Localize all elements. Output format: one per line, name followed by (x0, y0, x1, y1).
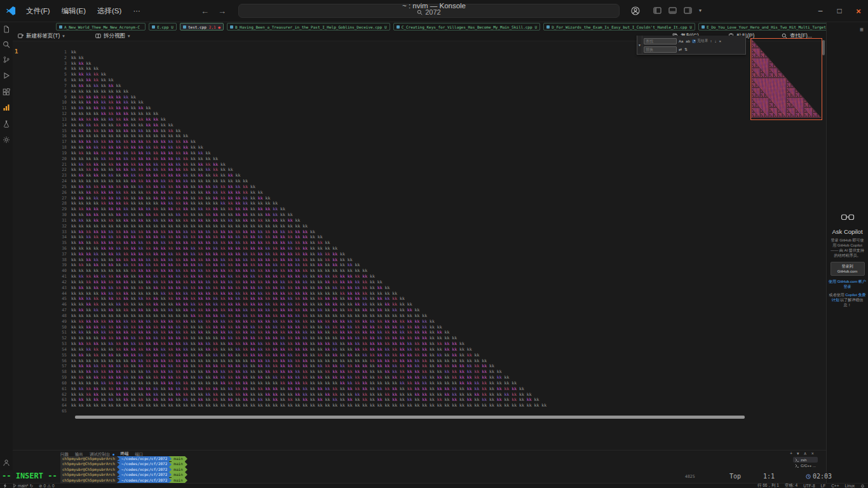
editor-line: 36kk kk kk kk kk kk kk kk kk kk kk kk kk… (48, 246, 549, 252)
panel-activity-dot (112, 454, 114, 456)
screen: 文件(F) 编辑(E) 选择(S) ··· ← → 2072 ~ : nvim … (0, 0, 868, 488)
hamburger-menu-icon[interactable]: ≡ (860, 26, 864, 33)
leetcode-chart-icon[interactable] (3, 104, 10, 111)
tab-file-b[interactable]: B_Having_Been_a_Treasurer_in_the_Past_I_… (227, 23, 390, 30)
horizontal-scrollbar[interactable] (75, 416, 745, 419)
menu-edit[interactable]: 编辑(E) (56, 4, 92, 18)
whole-word-toggle[interactable]: ab (685, 39, 691, 43)
editor-line: 49kk kk kk kk kk kk kk kk kk kk kk kk kk… (48, 319, 549, 325)
explorer-icon[interactable] (3, 25, 10, 33)
forward-icon[interactable]: → (218, 6, 226, 16)
branch-indicator[interactable]: main* ↻ (13, 484, 33, 488)
layout-controls: ▾ (653, 6, 702, 15)
account-icon[interactable] (631, 6, 640, 15)
terminal-dropdown-icon[interactable]: ▾ (797, 451, 799, 456)
testing-icon[interactable] (3, 120, 10, 128)
source-control-icon[interactable] (3, 56, 10, 64)
editor-line: 38kk kk kk kk kk kk kk kk kk kk kk kk kk… (48, 257, 549, 263)
close-panel-icon[interactable]: × (811, 451, 814, 456)
cpp-icon (230, 25, 233, 29)
editor-line: 29kk kk kk kk kk kk kk kk kk kk kk kk kk… (48, 207, 549, 212)
search-icon[interactable] (3, 41, 10, 48)
clock-icon (806, 474, 811, 479)
cpp-icon (152, 25, 155, 29)
split-view-button[interactable]: 拆分视图▾ (95, 31, 130, 41)
notifications-bell-icon[interactable] (860, 484, 865, 488)
encoding-indicator[interactable]: UTF-8 (803, 484, 815, 488)
match-case-toggle[interactable]: Aa (678, 39, 684, 43)
vertical-scrollbar-thumb[interactable] (822, 40, 825, 55)
terminal-prompt-rows[interactable]: ch5pmyubr@Ch5pmyubrArch~/codes/xcpc/cf/2… (60, 456, 187, 483)
terminal-prompt-row: ch5pmyubr@Ch5pmyubrArch~/codes/xcpc/cf/2… (60, 456, 187, 461)
tab-file-a[interactable]: A_New_World_Thee_Me_New_Acronym-C (56, 23, 146, 30)
editor-line: 11kk kk kk kk kk kk kk kk kk kk kk (48, 105, 549, 111)
minimap[interactable] (750, 38, 822, 123)
toggle-panel-icon[interactable] (668, 6, 677, 15)
replace-one-icon[interactable]: ⇄ (678, 47, 682, 51)
tab-file-d[interactable]: D_For_Wizards_the_Exam_Is_Easy_but_I_Cou… (543, 23, 695, 30)
terminal-prompt-row: ch5pmyubr@Ch5pmyubrArch~/codes/xcpc/cf/2… (60, 467, 187, 472)
customize-layout-icon[interactable]: ▾ (699, 8, 702, 13)
language-mode-indicator[interactable]: C++ (831, 484, 839, 488)
back-icon[interactable]: ← (201, 6, 209, 16)
remote-indicator[interactable] (3, 484, 7, 488)
maximize-button[interactable]: □ (830, 0, 849, 22)
cpp-icon (183, 25, 186, 29)
editor-line: 13kk kk kk kk kk kk kk kk kk kk kk kk kk (48, 117, 549, 123)
editor-line: 10kk kk kk kk kk kk kk kk kk kk (48, 100, 549, 105)
terminal-icon (795, 464, 799, 468)
editor-line: 3kk kk kk (48, 61, 549, 67)
cursor-position-indicator[interactable]: 行 66，列 1 (757, 483, 779, 488)
replace-all-icon[interactable]: ⇅ (684, 47, 688, 51)
editor-line: 4kk kk kk kk (48, 66, 549, 72)
find-close-icon[interactable]: × (718, 39, 722, 43)
editor-line: 50kk kk kk kk kk kk kk kk kk kk kk kk kk… (48, 325, 549, 330)
find-next-icon[interactable]: ↓ (714, 39, 717, 43)
editor-line: 45kk kk kk kk kk kk kk kk kk kk kk kk kk… (48, 296, 549, 302)
indentation-indicator[interactable]: 空格: 4 (785, 483, 797, 488)
editor-line: 59kk kk kk kk kk kk kk kk kk kk kk kk kk… (48, 375, 549, 381)
command-center-text: 2072 (425, 8, 440, 16)
regex-toggle[interactable]: .* (692, 39, 696, 43)
tab-file-e-long[interactable]: E_Do_You_Love_Your_Hero_and_His_Two_Hit_… (698, 23, 826, 30)
new-terminal-icon[interactable]: + (790, 451, 792, 456)
toggle-sidebar-icon[interactable] (653, 6, 661, 15)
run-debug-icon[interactable] (3, 72, 10, 79)
terminal-prompt-row: ch5pmyubr@Ch5pmyubrArch~/codes/xcpc/cf/2… (60, 472, 187, 477)
github-signin-button[interactable]: 登录到 GitHub.com (831, 262, 865, 276)
error-icon: ⊘ (39, 484, 42, 488)
find-previous-icon[interactable]: ↑ (709, 39, 712, 43)
replace-input[interactable] (644, 46, 677, 53)
terminal-list-item-zsh[interactable]: zsh (793, 457, 818, 463)
problems-indicator[interactable]: ⊘0 ⚠0 (39, 484, 55, 488)
tab-test-cpp[interactable]: test.cpp2,1 ● (180, 23, 224, 30)
tab-file-e-short[interactable]: E.cppU (149, 23, 177, 30)
copilot-title: Ask Copilot (827, 228, 868, 235)
account-profile-icon[interactable] (3, 459, 10, 466)
maximize-panel-icon[interactable]: ∧ (804, 451, 807, 456)
editor-line: 21kk kk kk kk kk kk kk kk kk kk kk kk kk… (48, 162, 549, 168)
editor-line: 25kk kk kk kk kk kk kk kk kk kk kk kk kk… (48, 184, 549, 190)
extensions-icon[interactable] (3, 88, 10, 96)
editor-line: 42kk kk kk kk kk kk kk kk kk kk kk kk kk… (48, 280, 549, 285)
tab-file-c[interactable]: C_Creating_Keys_for_Villages_Has_Become_… (393, 23, 541, 30)
find-input[interactable] (644, 38, 677, 44)
close-button[interactable]: × (849, 0, 868, 22)
new-tab-button[interactable]: 新建标签页(T)▾ (18, 31, 65, 41)
nav-arrows: ← → (201, 0, 226, 22)
command-center[interactable]: 2072 (238, 4, 620, 18)
eol-indicator[interactable]: LF (821, 484, 826, 488)
menu-more[interactable]: ··· (127, 5, 146, 17)
terminal-prompt-row: ch5pmyubr@Ch5pmyubrArch~/codes/xcpc/cf/2… (60, 478, 187, 483)
menu-selection[interactable]: 选择(S) (92, 4, 127, 18)
find-toggle-replace-icon[interactable]: ▾ (637, 36, 642, 54)
github-signin-link[interactable]: 使用 GitHub.com 帐户登录 (827, 276, 868, 289)
editor-lines[interactable]: 1kk 2kk kk 3kk kk kk 4kk kk kk kk 5kk kk… (48, 50, 549, 414)
toggle-secondary-sidebar-icon[interactable] (684, 6, 692, 15)
editor-line: 53kk kk kk kk kk kk kk kk kk kk kk kk kk… (48, 341, 549, 347)
minimize-button[interactable]: – (811, 0, 830, 22)
menu-file[interactable]: 文件(F) (20, 4, 56, 18)
terminal-list-item-cpp[interactable]: C/C++ ... (793, 463, 818, 468)
editor-line: 2kk kk (48, 55, 549, 61)
settings-gear-icon[interactable] (3, 136, 10, 144)
